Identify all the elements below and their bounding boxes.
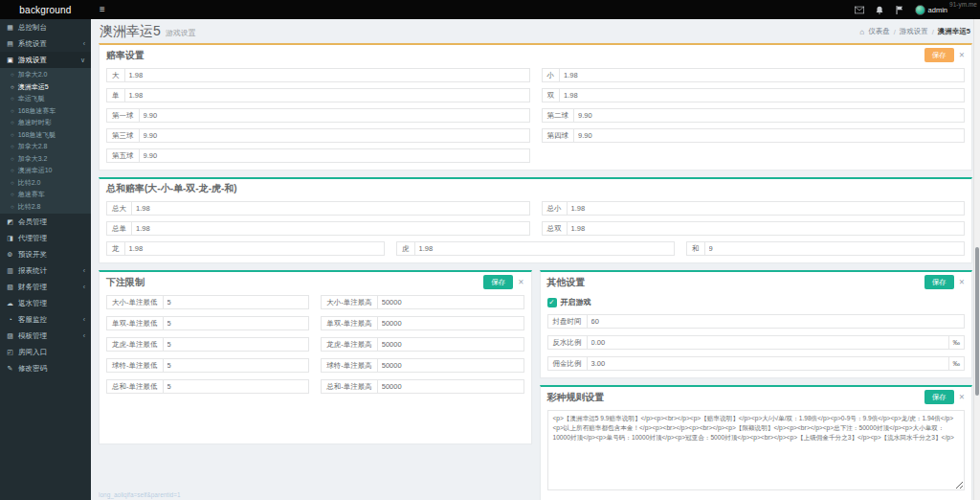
field-label: 双 bbox=[542, 88, 560, 102]
sidebar-item-rebate[interactable]: ☁返水管理 bbox=[0, 295, 91, 311]
sidebar-item-game-settings[interactable]: ▣ 游戏设置 ∨ bbox=[0, 52, 91, 68]
close-time-input[interactable] bbox=[587, 314, 966, 329]
even-odds-input[interactable] bbox=[559, 88, 965, 102]
rebate-ratio-input[interactable] bbox=[587, 335, 949, 350]
commission-ratio-input[interactable] bbox=[587, 356, 949, 371]
sidebar-subitem-canada-2-0[interactable]: ○加拿大2.0 bbox=[0, 69, 91, 81]
sidebar-subitem-australia-lucky5[interactable]: ○澳洲幸运5 bbox=[0, 81, 91, 94]
collapse-icon[interactable]: ✕ bbox=[959, 52, 965, 59]
subitem-label: 比特2.0 bbox=[18, 178, 41, 188]
odd-odds-input[interactable] bbox=[124, 88, 530, 102]
user-menu[interactable]: admin bbox=[915, 5, 947, 15]
sidebar-subitem-australia-lucky10[interactable]: ○澳洲幸运10 bbox=[0, 165, 91, 177]
sum-small-input[interactable] bbox=[567, 201, 966, 216]
sum-odd-input[interactable] bbox=[131, 221, 530, 236]
sidebar-subitem-canada-2-8[interactable]: ○加拿大2.8 bbox=[0, 141, 91, 153]
sidebar-subitem-168-racing[interactable]: ○168急速赛车 bbox=[0, 105, 91, 118]
sidebar-item-preset-draw[interactable]: ⊚预设开奖 bbox=[0, 246, 91, 262]
sidebar-toggle-icon[interactable]: ≡ bbox=[100, 5, 105, 14]
subitem-label: 168急速赛车 bbox=[18, 106, 56, 116]
avatar bbox=[915, 5, 925, 15]
sidebar-item-room-entrance[interactable]: ◰房间入口 bbox=[0, 344, 91, 360]
sidebar-item-change-password[interactable]: ✎修改密码 bbox=[0, 360, 91, 376]
sidebar-item-templates[interactable]: ▨模板管理‹ bbox=[0, 328, 91, 344]
enable-game-checkbox-row[interactable]: ✓ 开启游戏 bbox=[547, 297, 966, 307]
enable-game-label: 开启游戏 bbox=[561, 297, 591, 307]
sidebar-item-finance[interactable]: ▧财务管理‹ bbox=[0, 279, 91, 295]
sidebar-subitem-bit-2-0[interactable]: ○比特2.0 bbox=[0, 177, 91, 190]
ball4-odds-input[interactable] bbox=[573, 128, 965, 143]
ball1-odds-input[interactable] bbox=[139, 108, 530, 123]
tie-input[interactable] bbox=[704, 241, 966, 256]
circle-icon: ○ bbox=[11, 84, 14, 90]
oddeven-max-input[interactable] bbox=[377, 316, 524, 330]
sum-odds-panel-title: 总和赔率(大-小-单-双-龙-虎-和) bbox=[106, 182, 237, 195]
bet-limit-panel-title: 下注限制 bbox=[106, 276, 145, 289]
sidebar-subitem-speed-ssc[interactable]: ○急速时时彩 bbox=[0, 117, 91, 129]
dragon-input[interactable] bbox=[124, 241, 386, 256]
other-settings-save-button[interactable]: 保存 bbox=[924, 275, 954, 289]
site-watermark: 91-ym.me bbox=[949, 1, 977, 8]
field-bigsmall-min: 大小-单注最低 bbox=[106, 295, 309, 309]
rules-textarea[interactable]: <p>【澳洲幸运5 9.9赔率说明】</p><p><br></p><p>【赔率说… bbox=[547, 410, 966, 490]
ball3-odds-input[interactable] bbox=[139, 128, 530, 143]
ball5-odds-input[interactable] bbox=[139, 148, 530, 163]
bigsmall-min-input[interactable] bbox=[163, 295, 310, 309]
ballspecial-min-input[interactable] bbox=[163, 358, 310, 373]
field-label: 单 bbox=[106, 88, 124, 102]
sum-big-input[interactable] bbox=[131, 201, 530, 216]
circle-icon: ○ bbox=[11, 180, 14, 186]
sidebar-item-agents[interactable]: ◨代理管理 bbox=[0, 230, 91, 246]
ballspecial-max-input[interactable] bbox=[377, 358, 524, 373]
chevron-left-icon: ‹ bbox=[83, 316, 85, 323]
checkbox-checked-icon[interactable]: ✓ bbox=[547, 298, 557, 307]
field-ball4: 第四球 bbox=[542, 128, 966, 143]
small-odds-input[interactable] bbox=[559, 68, 965, 82]
oddeven-min-input[interactable] bbox=[163, 316, 310, 330]
dragontiger-min-input[interactable] bbox=[163, 337, 310, 352]
breadcrumb-level1[interactable]: 游戏设置 bbox=[900, 27, 928, 36]
sidebar-item-reports[interactable]: ▥报表统计‹ bbox=[0, 262, 91, 279]
breadcrumb-home[interactable]: 仪表盘 bbox=[868, 27, 890, 36]
sum-max-input[interactable] bbox=[377, 379, 524, 394]
sidebar-item-members[interactable]: ◩会员管理 bbox=[0, 214, 91, 230]
field-oddeven-max: 单双-单注最高 bbox=[321, 316, 523, 330]
field-ballspecial-max: 球特-单注最高 bbox=[321, 358, 523, 373]
odds-panel: 赔率设置 保存 ✕ 大 小 单 双 第一球 第二球 第三球 第四球 第五球 bbox=[99, 43, 972, 170]
scrollbar-thumb[interactable] bbox=[975, 247, 979, 396]
sidebar-subitem-lucky-airship[interactable]: ○幸运飞艇 bbox=[0, 93, 91, 105]
circle-icon: ○ bbox=[11, 168, 14, 173]
game-settings-icon: ▣ bbox=[6, 57, 14, 64]
subitem-label: 幸运飞艇 bbox=[18, 94, 45, 103]
sidebar-item-support-monitor[interactable]: ◔客服监控‹ bbox=[0, 311, 91, 328]
sidebar-item-label: 修改密码 bbox=[18, 364, 47, 374]
subitem-label: 加拿大3.2 bbox=[18, 154, 48, 164]
rules-save-button[interactable]: 保存 bbox=[924, 390, 954, 404]
collapse-icon[interactable]: ✕ bbox=[959, 279, 965, 286]
sidebar-item-dashboard[interactable]: ▦ 总控制台 bbox=[0, 19, 91, 35]
sidebar-subitem-bit-2-8[interactable]: ○比特2.8 bbox=[0, 201, 91, 214]
sidebar-subitem-speed-racing[interactable]: ○急速赛车 bbox=[0, 189, 91, 201]
sum-even-input[interactable] bbox=[567, 221, 966, 236]
subitem-label: 比特2.8 bbox=[18, 202, 41, 212]
vertical-scrollbar[interactable] bbox=[973, 19, 980, 500]
messages-envelope-icon[interactable] bbox=[855, 5, 864, 14]
ball2-odds-input[interactable] bbox=[573, 108, 965, 123]
language-flag-icon[interactable] bbox=[895, 5, 904, 14]
field-label: 龙虎-单注最高 bbox=[321, 337, 377, 352]
notifications-bell-icon[interactable] bbox=[875, 5, 884, 14]
tiger-input[interactable] bbox=[414, 241, 676, 256]
dragontiger-max-input[interactable] bbox=[377, 337, 524, 352]
big-odds-input[interactable] bbox=[124, 68, 530, 82]
sidebar-subitem-168-airship[interactable]: ○168急速飞艇 bbox=[0, 129, 91, 142]
odds-save-button[interactable]: 保存 bbox=[924, 48, 954, 62]
bet-limit-save-button[interactable]: 保存 bbox=[483, 275, 513, 289]
sidebar-item-system-settings[interactable]: ▤ 系统设置 ‹ bbox=[0, 35, 91, 52]
field-label: 总和-单注最高 bbox=[321, 379, 377, 394]
sum-min-input[interactable] bbox=[163, 379, 310, 394]
bigsmall-max-input[interactable] bbox=[377, 295, 524, 309]
collapse-icon[interactable]: ✕ bbox=[959, 394, 965, 401]
collapse-icon[interactable]: ✕ bbox=[518, 279, 523, 286]
field-label: 第五球 bbox=[106, 148, 139, 163]
sidebar-subitem-canada-3-2[interactable]: ○加拿大3.2 bbox=[0, 153, 91, 166]
